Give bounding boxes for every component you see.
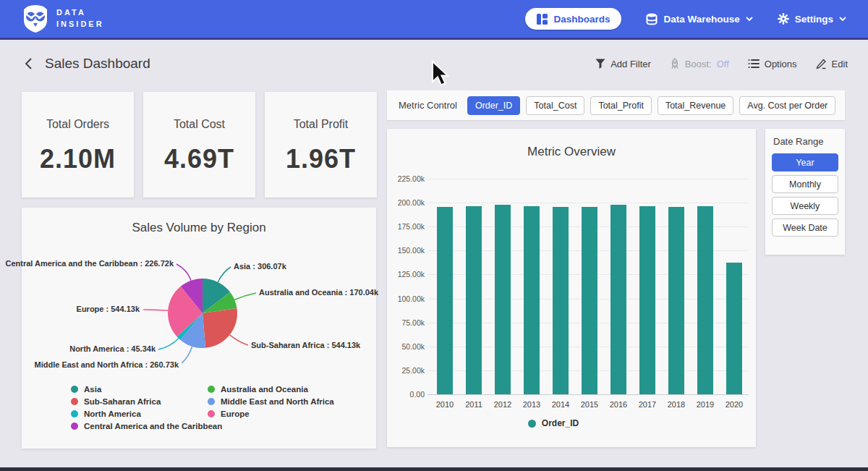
boost-state: Off: [717, 59, 729, 69]
legend-dot: [71, 398, 78, 405]
metric-pill-total-profit[interactable]: Total_Profit: [590, 96, 652, 115]
kpi-label: Total Profit: [294, 118, 349, 131]
kpi-value: 2.10M: [40, 144, 116, 174]
x-axis-tick: 2014: [546, 400, 575, 409]
pie-legend-column-2: Australia and OceaniaMiddle East and Nor…: [208, 385, 334, 418]
metric-overview-chart-card: Metric Overview 0.0025.00k50.00k75.00k10…: [387, 129, 756, 447]
pie-leader-line: [176, 264, 191, 281]
legend-dot: [71, 386, 78, 393]
metric-pill-order-id[interactable]: Order_ID: [467, 96, 520, 115]
bar-2014: [553, 207, 569, 394]
pencil-icon: [816, 59, 827, 69]
data-warehouse-menu[interactable]: Data Warehouse: [646, 13, 752, 25]
date-range-panel: Date Range Year Monthly Weekly Week Date: [765, 129, 845, 255]
legend-label: Middle East and North Africa: [221, 397, 334, 406]
chart-title: Metric Overview: [387, 145, 756, 159]
legend-label: Australia and Oceania: [221, 385, 308, 394]
legend-label: Order_ID: [542, 418, 579, 428]
x-axis-tick: 2019: [691, 400, 720, 409]
x-axis-tick: 2020: [720, 400, 749, 409]
rocket-icon: [670, 58, 680, 69]
pie-legend-item[interactable]: Middle East and North Africa: [208, 397, 334, 406]
list-options-icon: [748, 59, 760, 69]
pie-slice-sub-saharan-africa: [203, 308, 237, 348]
kpi-total-cost: Total Cost 4.69T: [143, 92, 255, 198]
pie-legend-item[interactable]: Europe: [208, 410, 334, 418]
date-range-year-button[interactable]: Year: [772, 153, 838, 171]
chevron-down-icon: [746, 17, 753, 22]
kpi-label: Total Orders: [46, 118, 109, 131]
y-axis-tick: 150.00k: [388, 246, 425, 255]
legend-label: Central America and the Caribbean: [84, 422, 222, 430]
pie-callout: Central America and the Caribbean : 226.…: [5, 259, 174, 268]
bar-2018: [668, 207, 684, 394]
y-axis-tick: 100.00k: [388, 294, 425, 303]
settings-menu[interactable]: Settings: [778, 13, 846, 25]
legend-label: Asia: [84, 385, 101, 394]
gridline: [427, 394, 749, 395]
pie-callout: Middle East and North Africa : 260.73k: [35, 360, 179, 369]
page-title: Sales Dashboard: [45, 56, 150, 72]
metric-control-bar: Metric Control Order_ID Total_Cost Total…: [387, 90, 845, 120]
date-range-monthly-button[interactable]: Monthly: [772, 175, 838, 193]
brand-name: DATA INSIDER: [56, 7, 104, 30]
bar-2012: [495, 205, 511, 394]
back-button[interactable]: [20, 56, 36, 72]
pie-legend-item[interactable]: Australia and Oceania: [208, 385, 334, 394]
bar-2016: [610, 205, 626, 394]
dashboards-button[interactable]: Dashboards: [525, 8, 621, 30]
x-axis-tick: 2018: [662, 400, 691, 409]
pie-legend-item[interactable]: Central America and the Caribbean: [71, 422, 222, 430]
metric-pill-total-revenue[interactable]: Total_Revenue: [658, 96, 733, 115]
bar-chart-legend-item[interactable]: Order_ID: [387, 418, 720, 428]
y-axis-tick: 50.00k: [388, 342, 425, 351]
settings-label: Settings: [795, 14, 833, 25]
bar-2013: [524, 206, 540, 394]
pie-leader-line: [158, 339, 179, 349]
options-button[interactable]: Options: [748, 59, 797, 69]
x-axis-tick: 2011: [459, 400, 488, 409]
brand[interactable]: DATA INSIDER: [22, 4, 104, 33]
y-axis-tick: 25.00k: [388, 366, 425, 375]
bar-2011: [466, 206, 482, 394]
y-axis-tick: 75.00k: [388, 318, 425, 327]
y-axis-tick: 175.00k: [388, 222, 425, 231]
kpi-label: Total Cost: [174, 118, 225, 131]
boost-toggle[interactable]: Boost: Off: [670, 58, 729, 69]
pie-leader-line: [234, 293, 256, 300]
gridline: [427, 179, 749, 179]
pie-legend-item[interactable]: North America: [71, 410, 222, 418]
add-filter-button[interactable]: Add Filter: [595, 59, 651, 69]
metric-control-label: Metric Control: [399, 100, 457, 111]
date-range-week-date-button[interactable]: Week Date: [772, 218, 838, 237]
legend-label: North America: [84, 410, 141, 418]
metric-pill-total-cost[interactable]: Total_Cost: [526, 96, 584, 115]
bar-2019: [697, 206, 713, 394]
y-axis-tick: 225.00k: [388, 174, 425, 183]
x-axis-tick: 2016: [604, 400, 633, 409]
pie-legend-item[interactable]: Sub-Saharan Africa: [71, 397, 222, 406]
pie-legend-column-1: AsiaSub-Saharan AfricaNorth AmericaCentr…: [71, 385, 222, 430]
kpi-total-orders: Total Orders 2.10M: [22, 92, 134, 198]
pie-legend-item[interactable]: Asia: [71, 385, 222, 394]
y-axis-tick: 125.00k: [388, 270, 425, 279]
legend-dot: [528, 420, 536, 428]
pie-leader-line: [182, 347, 192, 363]
kpi-value: 4.69T: [164, 144, 234, 174]
bottom-strip: [0, 467, 868, 471]
legend-dot: [71, 423, 78, 430]
pie-leader-line: [230, 335, 248, 345]
gear-icon: [778, 13, 789, 25]
chevron-down-icon: [839, 17, 846, 22]
bar-2015: [582, 207, 597, 394]
dashboard-grid-icon: [537, 14, 548, 25]
x-axis-tick: 2015: [575, 400, 604, 409]
metric-pill-avg-cost-per-order[interactable]: Avg. Cost per Order: [739, 96, 835, 115]
edit-button[interactable]: Edit: [816, 59, 848, 69]
top-nav: DATA INSIDER Dashboards Da: [0, 0, 868, 40]
bar-2020: [726, 263, 742, 394]
y-axis-tick: 0.00: [388, 390, 425, 399]
legend-dot: [208, 410, 215, 417]
date-range-weekly-button[interactable]: Weekly: [772, 197, 838, 215]
pie-callout: Sub-Saharan Africa : 544.13k: [251, 341, 360, 349]
